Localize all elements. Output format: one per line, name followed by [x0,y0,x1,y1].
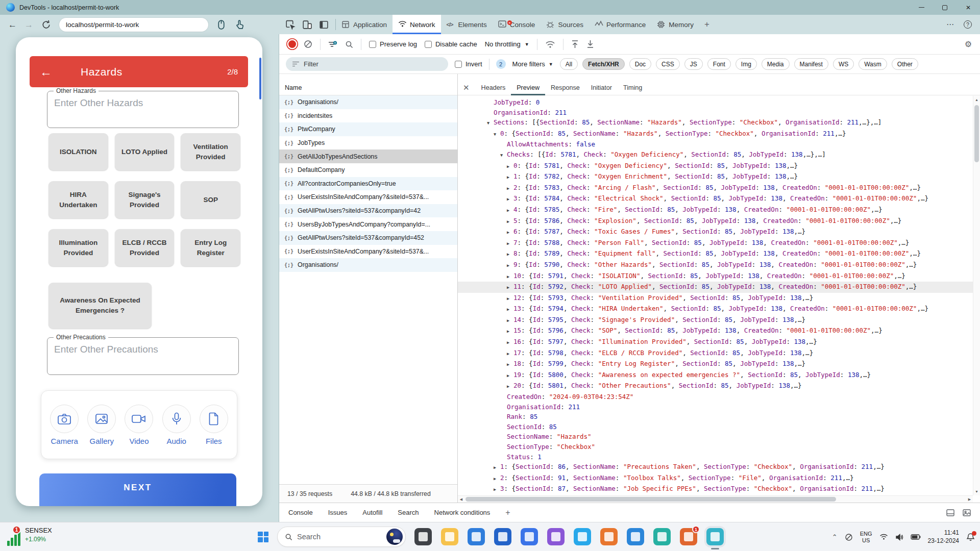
media-button-audio[interactable]: Audio [162,405,191,445]
maximize-button[interactable] [933,0,957,15]
back-nav-icon[interactable]: ← [8,20,17,29]
expand-arrow-icon[interactable]: ▶ [507,327,513,337]
media-button-video[interactable]: Video [125,405,153,445]
taskbar-app-app-orange-a[interactable] [600,528,618,545]
media-button-camera[interactable]: Camera [50,405,79,445]
request-row[interactable]: {;}All?contractorCompaniesOnly=true [279,177,457,191]
json-tree-line[interactable]: ▼Sections: [{SectionId: 85, SectionName:… [458,117,980,129]
json-tree-line[interactable]: ▶2: {Id: 5783, Check: "Arcing / Flash", … [458,183,980,194]
filter-chip-css[interactable]: CSS [656,58,680,70]
json-tree-line[interactable]: SectionType: "Checkbox" [458,442,980,452]
taskbar-app-vscode[interactable] [627,528,644,545]
json-tree-line[interactable]: ▶13: {Id: 5794, Check: "HIRA Undertaken"… [458,304,980,315]
minimize-button[interactable] [910,0,933,15]
json-tree-line[interactable]: ▶9: {Id: 5790, Check: "Other Hazards", S… [458,260,980,271]
detail-tab-headers[interactable]: Headers [476,80,511,95]
wifi-icon[interactable] [879,534,888,540]
other-hazards-field[interactable]: Other Hazards Enter Other Hazards [47,91,239,128]
filter-chip-ws[interactable]: WS [833,58,854,70]
close-button[interactable]: ✕ [957,0,980,15]
refresh-icon[interactable] [41,19,52,30]
expand-arrow-icon[interactable]: ▶ [507,184,513,194]
json-tree-line[interactable]: ▶16: {Id: 5797, Check: "Illumination Pro… [458,337,980,348]
drawer-tab-issues[interactable]: Issues [328,509,348,516]
taskbar-app-app-orange[interactable]: 1 [680,528,697,545]
filter-chip-doc[interactable]: Doc [629,58,651,70]
mouse-mode-icon[interactable] [216,19,227,30]
taskbar-app-app-blue[interactable] [468,528,485,545]
expand-arrow-icon[interactable]: ▶ [507,261,513,271]
expand-arrow-icon[interactable]: ▶ [507,239,513,249]
json-tree-line[interactable]: ▶20: {Id: 5801, Check: "Other Precaution… [458,381,980,392]
devtools-tab-console[interactable]: ✕Console [493,15,541,34]
expand-arrow-icon[interactable]: ▶ [494,474,500,484]
devtools-tab-memory[interactable]: Memory [651,15,699,34]
taskbar-app-app-purple[interactable] [547,528,565,545]
more-filters-dropdown[interactable]: More filters▼ [512,60,553,68]
expand-arrow-icon[interactable]: ▶ [494,485,500,495]
weather-icon[interactable] [386,529,403,545]
detail-tab-initiator[interactable]: Initiator [585,80,618,95]
hazard-button-illumination-provided[interactable]: Illumination Provided [48,229,108,266]
json-tree-line[interactable]: ▶17: {Id: 5798, Check: "ELCB / RCCB Prov… [458,348,980,359]
request-row[interactable]: {;}incidentsites [279,109,457,123]
hazard-button-entry-log-register[interactable]: Entry Log Register [181,229,240,266]
taskbar-search[interactable]: Search [277,527,406,547]
expand-arrow-icon[interactable]: ▶ [507,349,513,359]
app-back-button[interactable]: ← [40,66,52,78]
json-tree-line[interactable]: ▶12: {Id: 5793, Check: "Ventilation Prov… [458,293,980,304]
filter-chip-wasm[interactable]: Wasm [859,58,887,70]
preserve-log-checkbox[interactable]: Preserve log [369,40,417,48]
json-tree-line[interactable]: ▶6: {Id: 5787, Check: "Toxic Gases / Fum… [458,227,980,238]
json-tree-line[interactable]: ▶3: {Id: 5784, Check: "Electrical Shock"… [458,193,980,205]
expand-arrow-icon[interactable]: ▶ [507,228,513,238]
add-tab-icon[interactable]: + [699,19,715,30]
request-row[interactable]: {;}GetAllPtwUsers?siteId=537&companyId=4… [279,204,457,218]
expand-arrow-icon[interactable]: ▶ [507,272,513,282]
json-tree-line[interactable]: ▶3: {SectionId: 87, SectionName: "Job Sp… [458,484,980,495]
media-button-gallery[interactable]: Gallery [87,405,116,445]
hazard-button-loto-applied[interactable]: LOTO Applied [115,133,175,170]
filter-chip-media[interactable]: Media [762,58,790,70]
expand-arrow-icon[interactable]: ▶ [507,194,513,205]
request-row[interactable]: {;}Organisations/ [279,258,457,272]
expand-arrow-icon[interactable]: ▶ [507,217,513,227]
hazard-button-elcb-rccb-provided[interactable]: ELCB / RCCB Provided [115,229,175,266]
hazard-button-isolation[interactable]: ISOLATION [48,133,108,170]
devtools-tab-application[interactable]: Application [336,15,393,34]
drawer-add-tab-icon[interactable]: + [505,508,510,517]
request-row[interactable]: {;}UserExistsInSiteAndCompany?&siteId=53… [279,190,457,204]
widgets-button[interactable]: 1 SENSEX +1.09% [7,527,52,546]
throttling-dropdown[interactable]: No throttling▼ [485,40,529,48]
json-tree-line[interactable]: OrganisationId: 211 [458,108,980,118]
json-tree-line[interactable]: ▶2: {SectionId: 91, SectionName: "Toolbo… [458,473,980,484]
focus-assist-icon[interactable] [845,533,853,541]
expand-arrow-icon[interactable]: ▶ [507,162,513,172]
disable-cache-checkbox[interactable]: Disable cache [425,40,477,48]
json-tree-line[interactable]: SectionName: "Hazards" [458,432,980,442]
expand-arrow-icon[interactable]: ▶ [507,249,513,260]
request-row[interactable]: {;}PtwCompany [279,122,457,136]
filter-input[interactable]: Filter [286,57,448,71]
json-tree-line[interactable]: ▼0: {SectionId: 85, SectionName: "Hazard… [458,129,980,140]
filter-chip-img[interactable]: Img [736,58,757,70]
filter-chip-fetch-xhr[interactable]: Fetch/XHR [582,58,625,70]
next-button[interactable]: NEXT [39,473,236,506]
json-tree-line[interactable]: ▶1: {Id: 5782, Check: "Oxygen Enrichment… [458,171,980,183]
detail-tab-timing[interactable]: Timing [618,80,648,95]
invert-filter-checkbox[interactable]: Invert [455,60,482,68]
taskbar-app-edge-browser[interactable] [706,528,724,545]
filter-toggle-icon[interactable] [328,41,337,48]
expand-arrow-icon[interactable]: ▶ [507,206,513,216]
horizontal-scrollbar[interactable]: ◀ ▶ [458,495,973,503]
taskbar-app-calculator[interactable] [521,528,538,545]
json-tree-line[interactable]: Rank: 85 [458,412,980,422]
hazard-button-ventilation-provided[interactable]: Ventilation Provided [181,133,240,170]
expand-arrow-icon[interactable]: ▶ [507,172,513,183]
import-har-icon[interactable] [571,40,579,48]
media-button-files[interactable]: Files [200,405,228,445]
request-row[interactable]: {;}JobTypes [279,136,457,150]
vertical-scrollbar[interactable]: ▲ ▼ [973,96,980,495]
devtools-tab-elements[interactable]: </>Elements [441,15,493,34]
detail-tab-response[interactable]: Response [545,80,585,95]
